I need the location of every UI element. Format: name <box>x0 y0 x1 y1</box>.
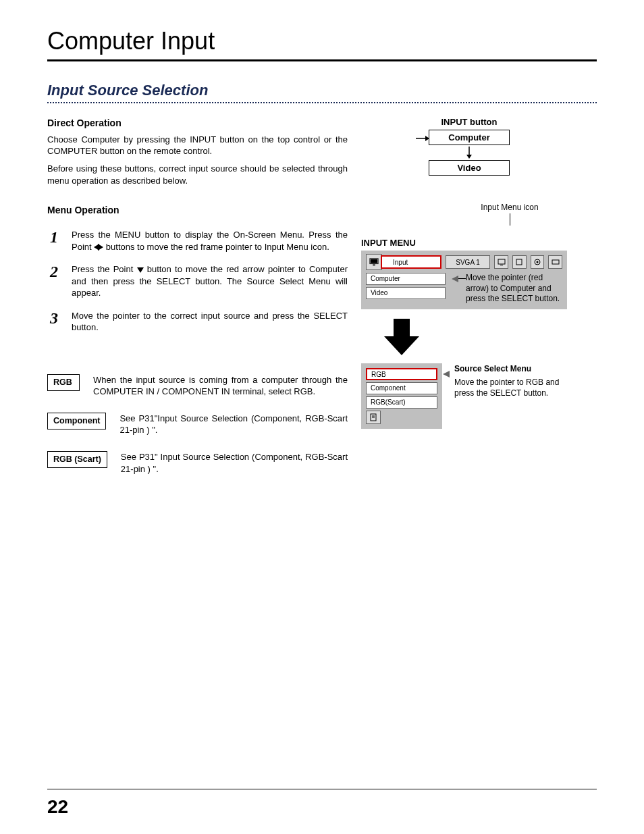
osd-list: Computer Video <box>366 273 446 301</box>
src-note: Move the pointer to RGB and press the SE… <box>454 377 569 398</box>
source-select-info: Source Select Menu Move the pointer to R… <box>454 363 569 399</box>
step-text: Move the pointer to the correct input so… <box>72 310 348 334</box>
svg-rect-9 <box>516 259 522 265</box>
step-text: Press the MENU button to display the On-… <box>72 229 348 253</box>
osd-input-menu: Input SVGA 1 Computer Video Move th <box>361 251 567 309</box>
input-menu-title: INPUT MENU <box>361 238 577 248</box>
osd-tab-input: Input <box>381 255 441 269</box>
page-number: 22 <box>47 796 68 818</box>
def-label: Component <box>47 413 106 429</box>
def-text: See P31" Input Source Selection (Compone… <box>121 451 348 475</box>
callout-label: Input Menu icon <box>442 203 577 212</box>
src-return-icon <box>366 411 381 424</box>
osd-icon-3 <box>531 255 545 269</box>
right-column: INPUT button Computer Video Input Menu i… <box>361 117 577 429</box>
inputbtn-video-label: Video <box>457 163 481 173</box>
inputbtn-video: Video <box>429 160 510 176</box>
dotted-rule <box>47 102 597 103</box>
def-text: See P31"Input Source Selection (Componen… <box>119 413 348 436</box>
step1-post: buttons to move the red frame pointer to… <box>103 242 329 252</box>
svg-marker-13 <box>384 319 419 355</box>
step-num: 2 <box>47 263 61 280</box>
direct-p1: Choose Computer by pressing the INPUT bu… <box>47 134 348 157</box>
arrow-into-icon <box>416 134 429 142</box>
def-text: When the input source is coming from a c… <box>93 374 348 398</box>
inputbtn-computer-label: Computer <box>448 132 489 142</box>
def-label: RGB <box>47 374 80 391</box>
src-item-rgb: RGB <box>366 368 437 380</box>
osd-svga-label: SVGA 1 <box>446 255 490 269</box>
definitions: RGB When the input source is coming from… <box>47 374 348 475</box>
svg-point-11 <box>536 261 538 263</box>
def-rgb-scart: RGB (Scart) See P31" Input Source Select… <box>47 451 348 475</box>
svg-rect-7 <box>498 259 505 264</box>
src-title: Source Select Menu <box>454 363 569 374</box>
svg-marker-3 <box>466 155 472 159</box>
inputbtn-computer: Computer <box>429 130 510 145</box>
step-2: 2 Press the Point button to move the red… <box>47 263 348 299</box>
section-subtitle: Input Source Selection <box>47 82 597 101</box>
menuop-heading: Menu Operation <box>47 204 348 217</box>
osd-note: Move the pointer (red arrow) to Computer… <box>466 273 560 305</box>
def-label: RGB (Scart) <box>47 451 107 468</box>
steps-list: 1 Press the MENU button to display the O… <box>47 229 348 334</box>
callout-line <box>510 213 510 226</box>
def-component: Component See P31"Input Source Selection… <box>47 413 348 436</box>
osd-icon-4 <box>548 255 562 269</box>
input-button-flow: INPUT button Computer Video <box>415 117 523 176</box>
svg-rect-5 <box>371 259 378 263</box>
title-rule <box>47 59 597 61</box>
def-rgb: RGB When the input source is coming from… <box>47 374 348 398</box>
big-down-arrow-icon <box>381 316 422 357</box>
step-num: 1 <box>47 229 61 245</box>
src-item-rgbscart: RGB(Scart) <box>366 396 437 409</box>
osd-icon-2 <box>512 255 527 269</box>
inputbtn-title: INPUT button <box>415 117 523 127</box>
step-text: Press the Point button to move the red a… <box>72 263 348 299</box>
direct-heading: Direct Operation <box>47 117 348 130</box>
step3-pre: Move the pointer to the correct input so… <box>72 311 348 333</box>
step-num: 3 <box>47 310 61 326</box>
arrow-down-icon <box>415 147 523 159</box>
step-3: 3 Move the pointer to the correct input … <box>47 310 348 334</box>
step-1: 1 Press the MENU button to display the O… <box>47 229 348 253</box>
osd-icon-1 <box>494 255 508 269</box>
osd-item-video: Video <box>366 287 446 299</box>
direct-p2: Before using these buttons, correct inpu… <box>47 163 348 186</box>
svg-marker-1 <box>425 136 429 141</box>
svg-rect-12 <box>552 260 559 264</box>
src-item-component: Component <box>366 382 437 394</box>
svg-rect-6 <box>373 265 375 266</box>
page-title: Computer Input <box>47 27 597 55</box>
triangle-down-icon <box>137 267 144 273</box>
monitor-icon <box>366 254 382 270</box>
svg-rect-8 <box>500 265 503 265</box>
osd-source-select: RGB Component RGB(Scart) <box>361 363 442 429</box>
footer-rule <box>47 789 597 789</box>
left-column: Direct Operation Choose Computer by pres… <box>47 117 348 490</box>
step2-pre: Press the Point <box>72 264 137 274</box>
osd-item-computer: Computer <box>366 273 446 285</box>
